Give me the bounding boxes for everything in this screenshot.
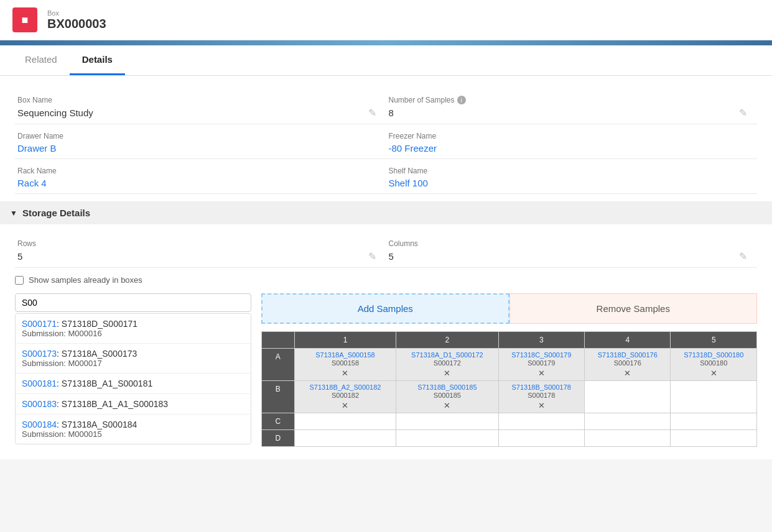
box-icon: ■ bbox=[12, 7, 37, 32]
cell-a1[interactable]: S71318A_S000158 S000158 ✕ bbox=[294, 349, 396, 381]
show-samples-checkbox[interactable] bbox=[15, 276, 24, 285]
cell-c5[interactable] bbox=[671, 413, 757, 430]
info-icon[interactable]: i bbox=[457, 96, 466, 104]
cell-a5[interactable]: S71318D_S000180 S000180 ✕ bbox=[671, 349, 757, 381]
table-row: D bbox=[262, 430, 757, 447]
cols-edit-icon[interactable]: ✎ bbox=[739, 250, 747, 262]
cell-b5[interactable] bbox=[671, 381, 757, 413]
add-samples-button[interactable]: Add Samples bbox=[261, 293, 509, 324]
rows-cols-grid: Rows 5 ✎ Columns 5 ✎ bbox=[15, 232, 757, 268]
freezer-name-label: Freezer Name bbox=[389, 132, 748, 140]
box-name-label: Box Name bbox=[17, 96, 376, 104]
cols-label: Columns bbox=[389, 239, 748, 248]
fields-grid: Box Name Sequencing Study ✎ Number of Sa… bbox=[15, 88, 757, 194]
bottom-layout: S000171: S71318D_S000171 Submission: M00… bbox=[15, 293, 757, 447]
cell-b2-remove[interactable]: ✕ bbox=[399, 401, 495, 410]
cell-a2-remove[interactable]: ✕ bbox=[399, 369, 495, 378]
header-title: BX000003 bbox=[47, 17, 106, 31]
cell-c4[interactable] bbox=[585, 413, 671, 430]
cell-a2[interactable]: S71318A_D1_S000172 S000172 ✕ bbox=[396, 349, 498, 381]
shelf-name-link[interactable]: Shelf 100 bbox=[389, 178, 428, 188]
cols-value: 5 ✎ bbox=[389, 250, 748, 262]
tab-related[interactable]: Related bbox=[12, 45, 70, 75]
cell-a1-remove[interactable]: ✕ bbox=[297, 369, 393, 378]
freezer-name-value: -80 Freezer bbox=[389, 143, 748, 154]
rack-name-cell: Rack Name Rack 4 bbox=[15, 159, 386, 194]
cell-a2-link[interactable]: S71318A_D1_S000172 bbox=[399, 351, 495, 359]
list-item[interactable]: S000171: S71318D_S000171 Submission: M00… bbox=[16, 314, 251, 344]
box-name-cell: Box Name Sequencing Study ✎ bbox=[15, 88, 386, 124]
col-header-1: 1 bbox=[294, 332, 396, 349]
sample-list: S000171: S71318D_S000171 Submission: M00… bbox=[15, 313, 251, 444]
shelf-name-cell: Shelf Name Shelf 100 bbox=[386, 159, 758, 194]
box-grid: 1 2 3 4 5 A S71318A_S000158 S000158 bbox=[261, 331, 757, 447]
list-item[interactable]: S000183: S71318B_A1_A1_S000183 bbox=[16, 394, 251, 415]
cell-a3-remove[interactable]: ✕ bbox=[501, 369, 582, 378]
cell-d2[interactable] bbox=[396, 430, 498, 447]
cell-b3-link[interactable]: S71318B_S000178 bbox=[501, 383, 582, 391]
col-header-4: 4 bbox=[585, 332, 671, 349]
rows-label: Rows bbox=[17, 239, 376, 248]
cell-d3[interactable] bbox=[498, 430, 584, 447]
cell-a3-id: S000179 bbox=[528, 359, 555, 367]
box-name-edit-icon[interactable]: ✎ bbox=[368, 107, 376, 119]
cell-a1-link[interactable]: S71318A_S000158 bbox=[297, 351, 393, 359]
header: ■ Box BX000003 bbox=[0, 0, 772, 40]
col-header-3: 3 bbox=[498, 332, 584, 349]
cell-a5-remove[interactable]: ✕ bbox=[673, 369, 754, 378]
cell-d5[interactable] bbox=[671, 430, 757, 447]
cell-a3-link[interactable]: S71318C_S000179 bbox=[501, 351, 582, 359]
cell-d4[interactable] bbox=[585, 430, 671, 447]
col-header-5: 5 bbox=[671, 332, 757, 349]
freezer-name-cell: Freezer Name -80 Freezer bbox=[386, 124, 758, 159]
num-samples-value: 8 ✎ bbox=[389, 107, 748, 119]
samples-panel: S000171: S71318D_S000171 Submission: M00… bbox=[15, 293, 251, 447]
rack-name-link[interactable]: Rack 4 bbox=[17, 178, 47, 188]
cell-a5-link[interactable]: S71318D_S000180 bbox=[673, 351, 754, 359]
cell-c1[interactable] bbox=[294, 413, 396, 430]
cell-b1-link[interactable]: S71318B_A2_S000182 bbox=[297, 383, 393, 391]
rack-name-value: Rack 4 bbox=[17, 178, 376, 188]
num-samples-edit-icon[interactable]: ✎ bbox=[739, 107, 747, 119]
cell-b1[interactable]: S71318B_A2_S000182 S000182 ✕ bbox=[294, 381, 396, 413]
search-input[interactable] bbox=[15, 293, 251, 312]
cell-b1-id: S000182 bbox=[332, 392, 359, 399]
cell-b3[interactable]: S71318B_S000178 S000178 ✕ bbox=[498, 381, 584, 413]
list-item[interactable]: S000173: S71318A_S000173 Submission: M00… bbox=[16, 344, 251, 374]
grid-corner bbox=[262, 332, 295, 349]
action-buttons: Add Samples Remove Samples bbox=[261, 293, 757, 324]
cell-b1-remove[interactable]: ✕ bbox=[297, 401, 393, 410]
shelf-name-value: Shelf 100 bbox=[389, 178, 748, 188]
cell-a1-id: S000158 bbox=[332, 359, 359, 367]
cell-c2[interactable] bbox=[396, 413, 498, 430]
cell-a4[interactable]: S71318D_S000176 S000176 ✕ bbox=[585, 349, 671, 381]
cell-b3-remove[interactable]: ✕ bbox=[501, 401, 582, 410]
remove-samples-button[interactable]: Remove Samples bbox=[509, 293, 758, 324]
list-item[interactable]: S000184: S71318A_S000184 Submission: M00… bbox=[16, 415, 251, 444]
cell-b2[interactable]: S71318B_S000185 S000185 ✕ bbox=[396, 381, 498, 413]
row-header-d: D bbox=[262, 430, 295, 447]
cell-b3-id: S000178 bbox=[528, 392, 555, 399]
storage-content: Rows 5 ✎ Columns 5 ✎ Show samples alread… bbox=[15, 232, 757, 447]
cell-b2-link[interactable]: S71318B_S000185 bbox=[399, 383, 495, 391]
action-panel: Add Samples Remove Samples 1 2 3 4 5 bbox=[261, 293, 757, 447]
drawer-name-value: Drawer B bbox=[17, 143, 376, 154]
drawer-name-link[interactable]: Drawer B bbox=[17, 143, 57, 154]
cell-b2-id: S000185 bbox=[434, 392, 461, 399]
rows-value: 5 ✎ bbox=[17, 250, 376, 262]
cell-a3[interactable]: S71318C_S000179 S000179 ✕ bbox=[498, 349, 584, 381]
cell-a4-link[interactable]: S71318D_S000176 bbox=[587, 351, 667, 359]
num-samples-label: Number of Samples i bbox=[389, 96, 748, 104]
cell-d1[interactable] bbox=[294, 430, 396, 447]
cell-a4-remove[interactable]: ✕ bbox=[587, 369, 667, 378]
table-row: C bbox=[262, 413, 757, 430]
row-header-c: C bbox=[262, 413, 295, 430]
rows-edit-icon[interactable]: ✎ bbox=[368, 250, 376, 262]
cell-c3[interactable] bbox=[498, 413, 584, 430]
chevron-down-icon: ▼ bbox=[10, 209, 17, 218]
freezer-name-link[interactable]: -80 Freezer bbox=[389, 143, 437, 154]
list-item[interactable]: S000181: S71318B_A1_S000181 bbox=[16, 374, 251, 394]
cell-b4[interactable] bbox=[585, 381, 671, 413]
storage-section-header[interactable]: ▼ Storage Details bbox=[0, 201, 772, 224]
tab-details[interactable]: Details bbox=[70, 45, 125, 75]
